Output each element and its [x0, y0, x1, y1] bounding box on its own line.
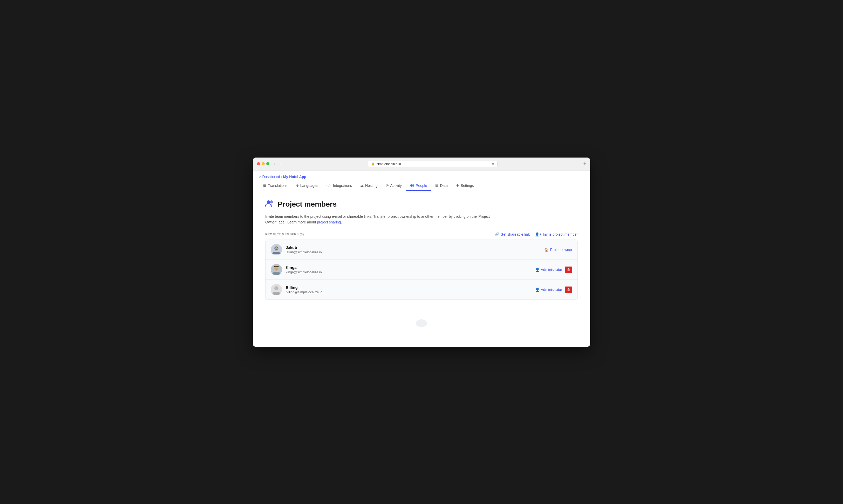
member-email: kinga@simplelocalize.io [286, 270, 535, 274]
svg-point-6 [275, 248, 276, 248]
member-info: Jakub jakub@simplelocalize.io [286, 245, 544, 254]
page-content: ⌂ Dashboard / My Hotel App ▦ Translation… [253, 170, 590, 347]
new-tab-button[interactable]: + [583, 161, 586, 167]
trash-icon: 🗑 [567, 268, 570, 272]
traffic-lights [257, 162, 269, 165]
maximize-button[interactable] [266, 162, 269, 165]
avatar [271, 264, 282, 275]
members-header: PROJECT MEMBERS (3) 🔗 Get shareable link… [265, 232, 578, 236]
tab-translations[interactable]: ▦ Translations [259, 181, 292, 191]
back-button[interactable]: ‹ [272, 161, 277, 166]
members-list: Jakub jakub@simplelocalize.io 🏠 Project … [265, 239, 578, 300]
svg-point-0 [267, 200, 270, 203]
breadcrumb-separator: / [281, 175, 282, 179]
cloud-decoration [265, 315, 578, 328]
forward-button[interactable]: › [278, 161, 282, 166]
member-info: Kinga kinga@simplelocalize.io [286, 265, 535, 274]
settings-icon: ⚙ [456, 183, 459, 187]
people-icon: 👥 [410, 183, 414, 187]
integrations-icon: </> [326, 183, 331, 187]
table-row: Jakub jakub@simplelocalize.io 🏠 Project … [266, 240, 577, 260]
svg-point-1 [270, 200, 273, 203]
svg-point-18 [419, 319, 424, 324]
trash-icon: 🗑 [567, 288, 570, 292]
member-email: billing@simplelocalize.io [286, 290, 535, 294]
members-count: PROJECT MEMBERS (3) [265, 233, 304, 236]
member-name: Jakub [286, 245, 544, 250]
close-button[interactable] [257, 162, 260, 165]
administrator-badge[interactable]: 👤 Administrator [535, 268, 562, 272]
member-name: Kinga [286, 265, 535, 270]
reload-button[interactable]: ↻ [491, 162, 494, 166]
page-description: Invite team members to the project using… [265, 214, 499, 225]
home-icon: ⌂ [259, 175, 261, 179]
hosting-icon: ☁ [360, 183, 364, 187]
avatar [271, 244, 282, 255]
browser-chrome: ‹ › 🔒 simplelocalize.io ↻ + [253, 158, 590, 170]
svg-point-14 [274, 286, 279, 290]
table-row: Kinga kinga@simplelocalize.io 👤 Administ… [266, 260, 577, 280]
tab-hosting[interactable]: ☁ Hosting [356, 181, 381, 191]
administrator-badge[interactable]: 👤 Administrator [535, 288, 562, 292]
person-icon: 👤 [535, 268, 540, 272]
person-add-icon: 👤+ [535, 232, 541, 236]
svg-rect-5 [275, 249, 278, 250]
browser-window: ‹ › 🔒 simplelocalize.io ↻ + ⌂ Dashboard … [253, 158, 590, 347]
svg-point-11 [275, 268, 276, 268]
delete-member-button[interactable]: 🗑 [565, 267, 572, 273]
project-members-icon [265, 199, 274, 210]
page-title: Project members [278, 200, 337, 209]
minimize-button[interactable] [262, 162, 265, 165]
nav-tabs: ▦ Translations ⊕ Languages </> Integrati… [253, 181, 590, 191]
member-email: jakub@simplelocalize.io [286, 250, 544, 254]
tab-settings[interactable]: ⚙ Settings [452, 181, 478, 191]
breadcrumb-project-name: My Hotel App [283, 175, 306, 179]
svg-point-7 [277, 248, 277, 248]
member-role: 🏠 Project owner [544, 248, 572, 252]
tab-data[interactable]: ▤ Data [431, 181, 452, 191]
members-actions: 🔗 Get shareable link 👤+ Invite project m… [495, 232, 578, 236]
member-role: 👤 Administrator 🗑 [535, 267, 572, 273]
breadcrumb-dashboard-link[interactable]: Dashboard [262, 175, 280, 179]
person-icon: 👤 [535, 288, 540, 292]
lock-icon: 🔒 [371, 162, 375, 166]
get-shareable-link-button[interactable]: 🔗 Get shareable link [495, 232, 530, 236]
project-owner-badge[interactable]: 🏠 Project owner [544, 248, 572, 252]
activity-icon: ◎ [386, 183, 389, 187]
address-bar[interactable]: 🔒 simplelocalize.io ↻ [368, 161, 498, 167]
svg-point-12 [277, 268, 277, 268]
invite-project-member-button[interactable]: 👤+ Invite project member [535, 232, 578, 236]
project-sharing-link[interactable]: project sharing [317, 220, 341, 224]
tab-activity[interactable]: ◎ Activity [381, 181, 406, 191]
member-role: 👤 Administrator 🗑 [535, 287, 572, 293]
tab-people[interactable]: 👥 People [406, 181, 431, 191]
table-row: Billing billing@simplelocalize.io 👤 Admi… [266, 280, 577, 300]
translations-icon: ▦ [263, 183, 266, 187]
browser-nav-buttons: ‹ › [272, 161, 282, 166]
breadcrumb: ⌂ Dashboard / My Hotel App [253, 170, 590, 179]
link-icon: 🔗 [495, 232, 499, 236]
page-header: Project members [265, 199, 578, 210]
languages-icon: ⊕ [296, 183, 299, 187]
member-name: Billing [286, 285, 535, 290]
tab-integrations[interactable]: </> Integrations [322, 181, 356, 191]
member-info: Billing billing@simplelocalize.io [286, 285, 535, 294]
main-content: Project members Invite team members to t… [253, 191, 590, 347]
delete-member-button[interactable]: 🗑 [565, 287, 572, 293]
data-icon: ▤ [435, 183, 438, 187]
url-text: simplelocalize.io [376, 162, 401, 166]
crown-icon: 🏠 [544, 248, 549, 252]
avatar [271, 284, 282, 295]
tab-languages[interactable]: ⊕ Languages [292, 181, 322, 191]
